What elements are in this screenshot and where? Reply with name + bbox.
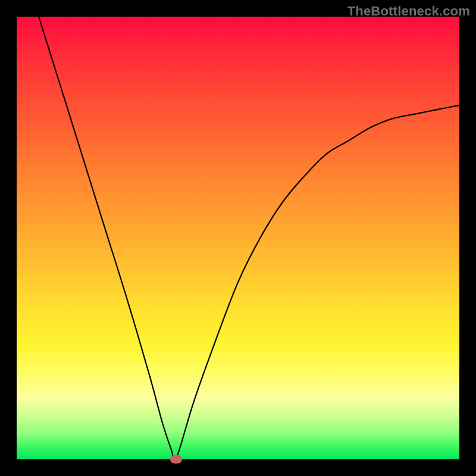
optimum-marker xyxy=(170,455,182,464)
curve-path xyxy=(39,17,459,462)
bottleneck-curve xyxy=(17,17,459,459)
plot-area xyxy=(17,17,459,459)
watermark-text: TheBottleneck.com xyxy=(347,4,470,19)
chart-frame: TheBottleneck.com xyxy=(0,0,476,476)
